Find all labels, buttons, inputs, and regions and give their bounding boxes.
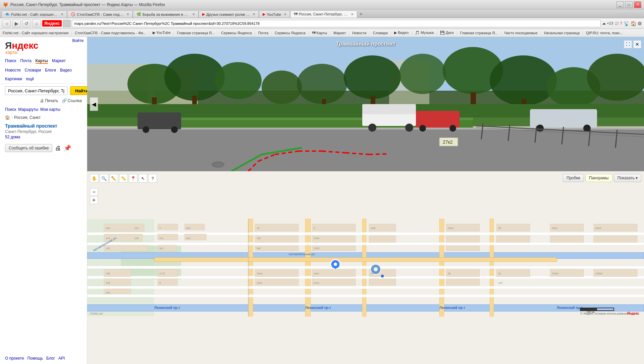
tab-borba[interactable]: 🌿 Борьба за выживание в непроходимых... …	[133, 10, 199, 18]
bookmark-services2[interactable]: Сервисы Яндекса	[275, 31, 306, 35]
bookmark-fishki[interactable]: Fishki.net - Сайт хорошего настроения	[3, 31, 68, 35]
settings-icon[interactable]: ⚙	[638, 21, 642, 26]
help-link[interactable]: Помощь	[28, 356, 43, 361]
forward-button[interactable]: ▶	[12, 19, 21, 28]
nav-blogs[interactable]: Блоги	[45, 68, 56, 73]
search-input[interactable]	[5, 86, 67, 95]
nav-more[interactable]: ещё	[26, 77, 34, 81]
tab-close-icon[interactable]: ✕	[192, 12, 195, 16]
bookmark-market[interactable]: Маркет	[333, 31, 346, 35]
print-button[interactable]: 🖨 Печать	[40, 98, 58, 103]
bookmark-youtube[interactable]: ▶ YouTube	[153, 31, 171, 35]
panorama-button[interactable]: Панорамы	[585, 174, 612, 182]
bookmark-disk[interactable]: 💾 Диск	[440, 31, 454, 35]
nav-dict[interactable]: Словари	[24, 68, 41, 73]
tool-measure[interactable]: 📏	[119, 174, 128, 183]
nav-maps[interactable]: Карты	[36, 58, 48, 64]
bookmark-services[interactable]: Сервисы Яндекса	[221, 31, 252, 35]
nav-tab-my-maps[interactable]: Мои карты	[40, 106, 60, 112]
svg-text:Ленинский пр-т: Ленинский пр-т	[305, 306, 331, 310]
svg-text:27к2: 27к2	[443, 139, 453, 145]
tool-pin[interactable]: 📍	[129, 174, 138, 183]
close-button[interactable]: ✕	[634, 1, 641, 8]
tab-yandex-maps[interactable]: 🗺 Россия, Санкт-Петербург, Трамвайны... …	[290, 10, 357, 18]
nav-mail[interactable]: Почта	[20, 58, 31, 64]
karty-label: карты	[6, 50, 82, 55]
nav-video[interactable]: Видео	[60, 68, 72, 73]
nav-search[interactable]: Поиск	[5, 58, 16, 64]
bookmark-mail[interactable]: Почта	[258, 31, 269, 35]
bookmark-start[interactable]: Начальная страница	[544, 31, 580, 35]
about-link[interactable]: О проекте	[5, 356, 24, 361]
print-icon-button[interactable]: 🖨	[55, 145, 61, 152]
bookmark-news[interactable]: Новости	[352, 31, 367, 35]
street-view-close-button[interactable]: ✕	[633, 40, 641, 48]
svg-text:21к1: 21к1	[314, 281, 319, 284]
report-error-button[interactable]: Сообщить об ошибке	[5, 144, 52, 152]
tab-close-icon[interactable]: ✕	[61, 12, 63, 16]
svg-rect-29	[362, 104, 416, 114]
nav-tab-search[interactable]: Поиск	[5, 106, 16, 112]
tool-draw[interactable]: ✏️	[109, 174, 118, 183]
tab-close-icon[interactable]: ✕	[284, 12, 286, 16]
link-button[interactable]: 🔗 Ссылка	[62, 98, 82, 103]
tool-zoom[interactable]: 🔍	[100, 174, 108, 183]
street-view-collapse-button[interactable]: ◀	[90, 97, 98, 111]
bookmark-visited[interactable]: Часто посещаемые	[504, 31, 538, 35]
tab-youtube[interactable]: ▶ YouTube ✕	[259, 10, 290, 18]
tool-help[interactable]: ?	[148, 174, 157, 183]
new-tab-button[interactable]: +	[357, 10, 365, 18]
zoom-out-button[interactable]: −	[90, 188, 98, 196]
tool-hand[interactable]: ✋	[90, 174, 99, 183]
back-button[interactable]: ◀	[2, 19, 11, 28]
nav-images[interactable]: Картинки	[5, 77, 22, 81]
bookmark-glasnay[interactable]: Главная страница Я...	[177, 31, 215, 35]
tool-cursor[interactable]: ↖	[139, 174, 147, 183]
address-input[interactable]	[72, 20, 601, 27]
bookmark-video[interactable]: ▶ Видео	[394, 31, 409, 35]
main-content: Яндекс карты Войти Поиск Почта Карты Мар…	[0, 37, 644, 364]
nav-tab-routes[interactable]: Маршруты	[18, 106, 38, 112]
blog-link[interactable]: Блог	[46, 356, 55, 361]
street-view[interactable]: 27к2 Трамвайный проспект Трамвайный прос…	[87, 37, 644, 171]
feed-icon[interactable]: 📡	[624, 21, 629, 26]
svg-rect-91	[255, 236, 299, 242]
zoom-in-button[interactable]: +	[90, 196, 98, 204]
bookmark-stopxam[interactable]: СтопХамСПб - Сами подставились - Фи...	[75, 31, 146, 35]
svg-text:13к5: 13к5	[314, 247, 319, 250]
traffic-button[interactable]: Пробки	[563, 174, 584, 182]
bookmark-maps[interactable]: 🗺 Карты	[312, 31, 327, 35]
api-link[interactable]: API	[58, 356, 65, 361]
tab-close-icon[interactable]: ✕	[253, 12, 255, 16]
svg-text:18А: 18А	[371, 227, 376, 230]
bookmark-dict[interactable]: Словари	[373, 31, 388, 35]
tab-close-icon[interactable]: ✕	[126, 12, 129, 16]
maximize-button[interactable]: □	[625, 1, 633, 8]
nav-news[interactable]: Новости	[5, 68, 20, 73]
svg-point-6	[215, 62, 262, 99]
map-tiles[interactable]: 120 134 140 124 128 7 7к1 9к1 9к2 9к3 10…	[87, 171, 644, 364]
bookmark-glasnay2[interactable]: Главная страница Я...	[460, 31, 498, 35]
breadcrumb-home-icon[interactable]: 🏠	[5, 115, 10, 120]
home-icon[interactable]: 🏠	[631, 21, 636, 26]
refresh-button[interactable]: ↺	[22, 19, 31, 28]
show-button[interactable]: Показать ▾	[614, 174, 641, 182]
breadcrumb: 🏠 › Россия, Санкт	[0, 114, 87, 121]
street-view-expand-button[interactable]: ⛶	[624, 40, 632, 48]
bookmark-music[interactable]: 🎵 Музыка	[415, 31, 434, 35]
home-button[interactable]: ⌂	[32, 19, 41, 28]
bookmark-icon-button[interactable]: 📌	[64, 144, 71, 152]
tab-fishki[interactable]: 🐟 Fishki.net - Сайт хорошего настроения …	[1, 10, 67, 18]
login-button[interactable]: Войти	[72, 38, 84, 43]
bookmark-qip[interactable]: QIP.RU: почта, поис...	[586, 31, 623, 35]
tab-druzya[interactable]: ▶ Друзья снимают ролик для Youtube -... …	[199, 10, 259, 18]
location-count[interactable]: 52 дома	[5, 135, 82, 139]
svg-point-31	[405, 124, 413, 132]
tab-close-icon[interactable]: ✕	[351, 12, 354, 16]
location-name[interactable]: Трамвайный проспект	[5, 123, 82, 129]
nav-market[interactable]: Маркет	[52, 58, 66, 64]
minimize-button[interactable]: _	[616, 1, 624, 8]
svg-text:5: 5	[314, 227, 315, 230]
breadcrumb-current[interactable]: Россия, Санкт	[14, 115, 41, 120]
tab-stopxam[interactable]: 🚫 СтопХамСПб - Сами подставились - Фи...…	[67, 10, 133, 18]
